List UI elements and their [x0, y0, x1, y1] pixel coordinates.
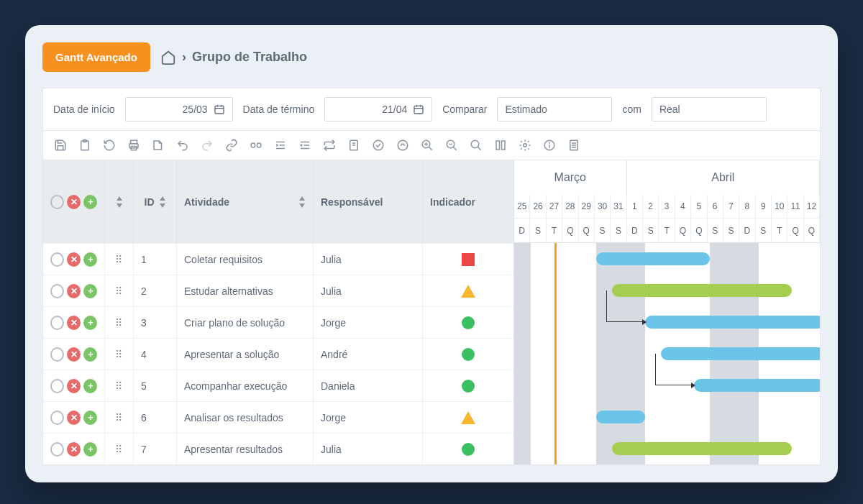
zoom-out-icon[interactable] — [444, 138, 459, 152]
indicator-green-circle — [462, 380, 475, 393]
select-icon[interactable] — [50, 316, 64, 330]
info-icon[interactable] — [542, 138, 557, 152]
table-header: ✕ ＋ ID Atividade Responsável Indicador — [43, 160, 513, 243]
delete-icon[interactable]: ✕ — [67, 252, 81, 267]
header-sort[interactable] — [105, 160, 134, 243]
select-all-icon[interactable] — [50, 195, 64, 209]
check-circle-icon[interactable] — [371, 138, 385, 152]
save-icon[interactable] — [53, 138, 68, 152]
select-icon[interactable] — [50, 379, 64, 393]
cell-indicator — [423, 402, 513, 433]
delete-icon[interactable]: ✕ — [67, 347, 81, 362]
gantt-bar[interactable] — [596, 411, 645, 423]
day-of-week: S — [595, 219, 611, 242]
with-select[interactable]: Real — [652, 97, 767, 122]
refresh-icon[interactable] — [102, 138, 117, 152]
drag-handle-icon[interactable]: ⠿ — [115, 412, 123, 423]
gantt-bar[interactable] — [612, 442, 792, 455]
link-icon[interactable] — [224, 138, 239, 152]
with-label: com — [622, 104, 641, 115]
svg-rect-4 — [414, 106, 423, 114]
table-row[interactable]: ✕＋⠿6Analisar os resultadosJorge — [43, 401, 513, 433]
table-row[interactable]: ✕＋⠿3Criar plano de soluçãoJorge — [43, 306, 513, 338]
table-row[interactable]: ✕＋⠿4Apresentar a soluçãoAndré — [43, 338, 513, 370]
delete-icon[interactable]: ✕ — [67, 316, 81, 330]
clipboard-icon[interactable] — [78, 138, 92, 152]
add-icon[interactable]: ＋ — [83, 316, 97, 330]
columns-icon[interactable] — [493, 138, 508, 152]
unlink-icon[interactable] — [249, 138, 263, 152]
list-icon[interactable] — [567, 138, 581, 152]
home-icon[interactable] — [160, 50, 176, 65]
delete-icon[interactable]: ✕ — [67, 284, 81, 298]
drag-handle-icon[interactable]: ⠿ — [115, 444, 123, 455]
add-icon[interactable]: ＋ — [83, 347, 97, 362]
header-responsible[interactable]: Responsável — [314, 160, 423, 243]
header-activity[interactable]: Atividade — [177, 160, 314, 243]
gantt-chart: MarçoAbril 25262728293031123456789101112… — [514, 160, 820, 464]
svg-point-37 — [524, 144, 527, 147]
header-id[interactable]: ID — [134, 160, 177, 243]
gantt-bar[interactable] — [645, 316, 820, 329]
add-icon[interactable]: ＋ — [83, 284, 97, 298]
start-date-input[interactable]: 25/03 — [125, 97, 233, 122]
day-number: 4 — [675, 195, 691, 219]
add-icon[interactable]: ＋ — [83, 379, 97, 393]
add-icon[interactable]: ＋ — [83, 195, 97, 209]
gantt-bar[interactable] — [694, 379, 820, 392]
cell-responsible: Julia — [314, 244, 423, 275]
add-icon[interactable]: ＋ — [83, 252, 97, 267]
indicator-green-circle — [462, 443, 475, 456]
end-date-input[interactable]: 21/04 — [324, 97, 432, 122]
zoom-in-icon[interactable] — [420, 138, 434, 152]
zoom-fit-icon[interactable] — [469, 138, 483, 152]
delete-all-icon[interactable]: ✕ — [67, 195, 81, 209]
cell-activity: Apresentar resultados — [177, 434, 314, 464]
svg-marker-48 — [160, 203, 165, 208]
day-of-week: D — [514, 219, 530, 242]
day-of-week: S — [723, 219, 739, 242]
drag-handle-icon[interactable]: ⠿ — [115, 349, 123, 360]
select-icon[interactable] — [50, 284, 64, 298]
delete-icon[interactable]: ✕ — [67, 411, 81, 425]
day-of-week: D — [739, 219, 755, 242]
day-of-week: S — [708, 219, 723, 242]
redo-icon[interactable] — [200, 138, 214, 152]
gantt-body[interactable] — [514, 243, 820, 464]
drag-handle-icon[interactable]: ⠿ — [115, 254, 123, 265]
print-icon[interactable] — [127, 138, 141, 152]
indent-icon[interactable] — [273, 138, 288, 152]
header-indicator[interactable]: Indicador — [423, 160, 513, 243]
cell-indicator — [423, 275, 513, 306]
dependency-line — [606, 290, 643, 322]
drag-handle-icon[interactable]: ⠿ — [115, 380, 123, 392]
outdent-icon[interactable] — [298, 138, 312, 152]
table-row[interactable]: ✕＋⠿2Estudar alternativasJulia — [43, 275, 513, 306]
table-row[interactable]: ✕＋⠿1Coletar requisitosJulia — [43, 243, 513, 275]
add-icon[interactable]: ＋ — [83, 442, 97, 457]
select-icon[interactable] — [50, 347, 64, 362]
delete-icon[interactable]: ✕ — [67, 442, 81, 457]
cell-id: 7 — [134, 434, 177, 464]
up-circle-icon[interactable] — [396, 138, 410, 152]
compare-select[interactable]: Estimado — [497, 97, 612, 122]
dependency-arrow-icon — [642, 319, 647, 325]
undo-icon[interactable] — [175, 138, 190, 152]
table-row[interactable]: ✕＋⠿7Apresentar resultadosJulia — [43, 433, 513, 464]
export-icon[interactable] — [151, 138, 165, 152]
svg-marker-49 — [299, 196, 305, 201]
select-icon[interactable] — [50, 411, 64, 425]
day-of-week: S — [643, 219, 659, 242]
select-icon[interactable] — [50, 442, 64, 457]
drag-handle-icon[interactable]: ⠿ — [115, 285, 123, 297]
select-icon[interactable] — [50, 252, 64, 267]
note-icon[interactable] — [347, 138, 361, 152]
loop-icon[interactable] — [322, 138, 337, 152]
delete-icon[interactable]: ✕ — [67, 379, 81, 393]
add-icon[interactable]: ＋ — [83, 411, 97, 425]
settings-icon[interactable] — [518, 138, 532, 152]
table-row[interactable]: ✕＋⠿5Acompanhar execuçãoDaniela — [43, 370, 513, 401]
gantt-bar[interactable] — [596, 252, 711, 265]
svg-point-40 — [549, 142, 550, 143]
drag-handle-icon[interactable]: ⠿ — [115, 317, 123, 329]
